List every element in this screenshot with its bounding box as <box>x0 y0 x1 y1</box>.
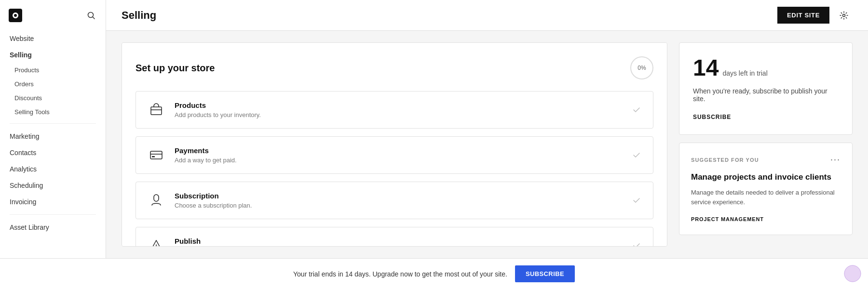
setup-item-payments[interactable]: Payments Add a way to get paid. <box>136 136 653 174</box>
payments-icon <box>148 146 165 164</box>
brain-icon[interactable]: 🧠 <box>844 265 861 282</box>
store-setup-panel: Set up your store 0% <box>122 42 667 247</box>
setup-payments-desc: Add a way to get paid. <box>175 157 237 164</box>
edit-site-button[interactable]: EDIT SITE <box>777 7 829 24</box>
suggested-title: Manage projects and invoice clients <box>691 172 841 182</box>
project-management-button[interactable]: PROJECT MANAGEMENT <box>691 216 764 222</box>
payments-check-icon <box>632 150 641 160</box>
setup-subscription-title: Subscription <box>175 192 252 200</box>
header-actions: EDIT SITE <box>777 7 853 24</box>
content-area: Set up your store 0% <box>106 31 868 258</box>
products-check-icon <box>632 105 641 115</box>
svg-rect-9 <box>154 195 159 201</box>
sidebar-item-contacts[interactable]: Contacts <box>4 145 102 160</box>
sidebar-item-asset-library[interactable]: Asset Library <box>4 220 102 235</box>
sidebar-item-website[interactable]: Website <box>4 31 102 46</box>
setup-item-products[interactable]: Products Add products to your inventory. <box>136 91 653 129</box>
svg-point-13 <box>844 265 861 282</box>
sidebar-item-analytics[interactable]: Analytics <box>4 161 102 177</box>
products-icon <box>148 101 165 118</box>
progress-circle: 0% <box>630 56 653 79</box>
trial-days-label: days left in trial <box>722 69 767 77</box>
sidebar-divider-1 <box>10 123 96 124</box>
suggested-card: SUGGESTED FOR YOU ··· Manage projects an… <box>679 143 853 235</box>
store-setup-header: Set up your store 0% <box>136 56 653 79</box>
sidebar-item-scheduling[interactable]: Scheduling <box>4 178 102 193</box>
svg-point-3 <box>843 14 845 16</box>
sidebar-item-selling-tools[interactable]: Selling Tools <box>4 105 102 118</box>
setup-item-publish[interactable]: Publish Go live and start selling. <box>136 227 653 247</box>
suggested-header-label: SUGGESTED FOR YOU <box>691 157 759 163</box>
publish-check-icon <box>632 241 641 247</box>
svg-rect-8 <box>152 156 155 158</box>
suggested-more-button[interactable]: ··· <box>830 155 841 165</box>
trial-subscribe-button[interactable]: SUBSCRIBE <box>693 114 731 120</box>
setup-subscription-desc: Choose a subscription plan. <box>175 202 252 209</box>
svg-line-2 <box>93 17 95 19</box>
settings-button[interactable] <box>835 7 853 24</box>
bottom-bar: Your trial ends in 14 days. Upgrade now … <box>0 258 868 289</box>
logo <box>8 8 23 23</box>
header: Selling EDIT SITE <box>106 0 868 31</box>
setup-payments-title: Payments <box>175 146 237 155</box>
publish-icon <box>148 237 165 247</box>
sidebar-item-marketing[interactable]: Marketing <box>4 129 102 144</box>
right-panel: 14 days left in trial When you're ready,… <box>679 42 853 247</box>
sidebar-item-selling[interactable]: Selling <box>4 47 102 63</box>
svg-point-1 <box>88 13 94 18</box>
main-content: Selling EDIT SITE Set up your store 0% <box>106 0 868 258</box>
sidebar-item-products[interactable]: Products <box>4 64 102 77</box>
trial-days-number: 14 <box>693 56 719 79</box>
subscription-icon <box>148 192 165 209</box>
page-title: Selling <box>122 9 156 22</box>
svg-rect-6 <box>150 151 162 159</box>
trial-description: When you're ready, subscribe to publish … <box>693 87 839 103</box>
bottom-bar-text: Your trial ends in 14 days. Upgrade now … <box>293 270 507 278</box>
sidebar-divider-2 <box>10 214 96 215</box>
svg-rect-4 <box>151 107 162 115</box>
sidebar-item-discounts[interactable]: Discounts <box>4 92 102 105</box>
trial-card: 14 days left in trial When you're ready,… <box>679 42 853 135</box>
sidebar-item-orders[interactable]: Orders <box>4 78 102 91</box>
subscription-check-icon <box>632 196 641 205</box>
suggested-description: Manage the details needed to deliver a p… <box>691 188 841 207</box>
bottom-subscribe-button[interactable]: SUBSCRIBE <box>515 265 575 282</box>
sidebar: Website Selling Products Orders Discount… <box>0 0 106 258</box>
setup-products-title: Products <box>175 101 261 109</box>
store-setup-title: Set up your store <box>136 63 215 74</box>
setup-item-subscription[interactable]: Subscription Choose a subscription plan. <box>136 182 653 219</box>
sidebar-item-invoicing[interactable]: Invoicing <box>4 194 102 210</box>
sidebar-header <box>0 8 106 31</box>
setup-publish-title: Publish <box>175 237 242 245</box>
search-button[interactable] <box>84 9 98 22</box>
setup-products-desc: Add products to your inventory. <box>175 111 261 118</box>
sidebar-nav: Website Selling Products Orders Discount… <box>0 31 106 235</box>
